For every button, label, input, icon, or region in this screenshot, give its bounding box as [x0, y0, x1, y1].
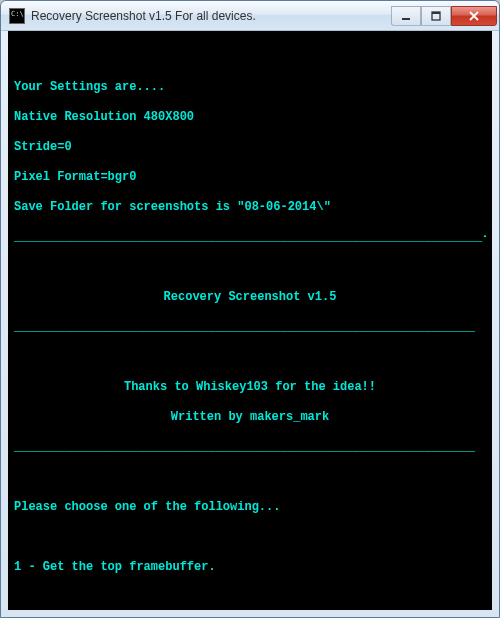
settings-stride: Stride=0 [14, 140, 486, 155]
close-icon [468, 11, 480, 21]
banner-credit1: Thanks to Whiskey103 for the idea!! [14, 380, 486, 395]
minimize-button[interactable] [391, 6, 421, 26]
blank-line [14, 260, 486, 275]
settings-pixel-format: Pixel Format=bgr0 [14, 170, 486, 185]
window-controls [391, 6, 497, 26]
menu-prompt: Please choose one of the following... [14, 500, 486, 515]
banner-title: Recovery Screenshot v1.5 [14, 290, 486, 305]
svg-rect-0 [402, 18, 410, 20]
blank-line [14, 50, 486, 65]
settings-header: Your Settings are.... [14, 80, 486, 95]
blank-line [14, 530, 486, 545]
minimize-icon [401, 11, 411, 21]
menu-item-1: 1 - Get the top framebuffer. [14, 560, 486, 575]
blank-line [14, 470, 486, 485]
divider-top: ________________________________________… [14, 230, 486, 245]
svg-rect-2 [432, 12, 440, 14]
app-window: Recovery Screenshot v1.5 For all devices… [0, 0, 500, 618]
maximize-icon [431, 11, 441, 21]
divider-mid1: ________________________________________… [14, 320, 486, 335]
blank-line [14, 350, 486, 365]
cmd-icon [9, 8, 25, 24]
settings-resolution: Native Resolution 480X800 [14, 110, 486, 125]
blank-line [14, 590, 486, 605]
settings-save-folder: Save Folder for screenshots is "08-06-20… [14, 200, 486, 215]
maximize-button[interactable] [421, 6, 451, 26]
window-title: Recovery Screenshot v1.5 For all devices… [31, 9, 391, 23]
divider-mid2: ________________________________________… [14, 440, 486, 455]
banner-credit2: Written by makers_mark [14, 410, 486, 425]
console-area: Your Settings are.... Native Resolution … [8, 31, 492, 610]
close-button[interactable] [451, 6, 497, 26]
titlebar[interactable]: Recovery Screenshot v1.5 For all devices… [1, 1, 499, 31]
